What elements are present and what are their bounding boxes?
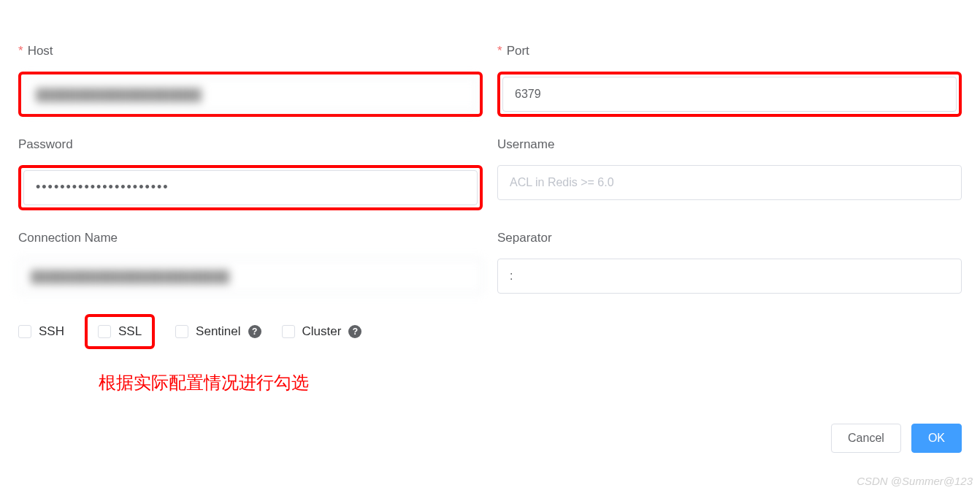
ssh-checkbox[interactable] (18, 325, 31, 338)
cluster-checkbox[interactable] (282, 325, 295, 338)
ssh-label: SSH (39, 324, 64, 339)
host-highlight: ████████████████████ (18, 72, 483, 117)
ssl-option[interactable]: SSL (98, 324, 142, 339)
username-label: Username (497, 137, 962, 152)
options-row: SSH SSL Sentinel ? Cluster ? (18, 314, 962, 349)
password-label: Password (18, 137, 483, 152)
sentinel-option[interactable]: Sentinel ? (175, 324, 261, 339)
ok-button[interactable]: OK (911, 424, 962, 453)
help-icon[interactable]: ? (348, 325, 361, 338)
separator-label: Separator (497, 231, 962, 245)
ssl-highlight: SSL (85, 314, 155, 349)
cancel-button[interactable]: Cancel (831, 424, 901, 453)
username-input[interactable] (497, 165, 962, 200)
port-label: Port (497, 44, 962, 58)
password-highlight: •••••••••••••••••••••• (18, 165, 483, 210)
port-highlight (497, 72, 962, 117)
password-input[interactable]: •••••••••••••••••••••• (23, 170, 478, 205)
port-input[interactable] (502, 77, 957, 112)
cluster-option[interactable]: Cluster ? (282, 324, 362, 339)
annotation-text: 根据实际配置情况进行勾选 (99, 371, 962, 394)
sentinel-checkbox[interactable] (175, 325, 188, 338)
connection-name-input[interactable]: ████████████████████████ (18, 259, 483, 294)
separator-input[interactable] (497, 259, 962, 294)
connection-name-label: Connection Name (18, 231, 483, 245)
cluster-label: Cluster (302, 324, 342, 339)
ssl-label: SSL (118, 324, 142, 339)
help-icon[interactable]: ? (248, 325, 261, 338)
host-label: Host (18, 44, 483, 58)
host-input[interactable]: ████████████████████ (23, 77, 478, 112)
ssl-checkbox[interactable] (98, 325, 111, 338)
sentinel-label: Sentinel (196, 324, 240, 339)
ssh-option[interactable]: SSH (18, 324, 64, 339)
dialog-footer: Cancel OK (18, 424, 962, 453)
